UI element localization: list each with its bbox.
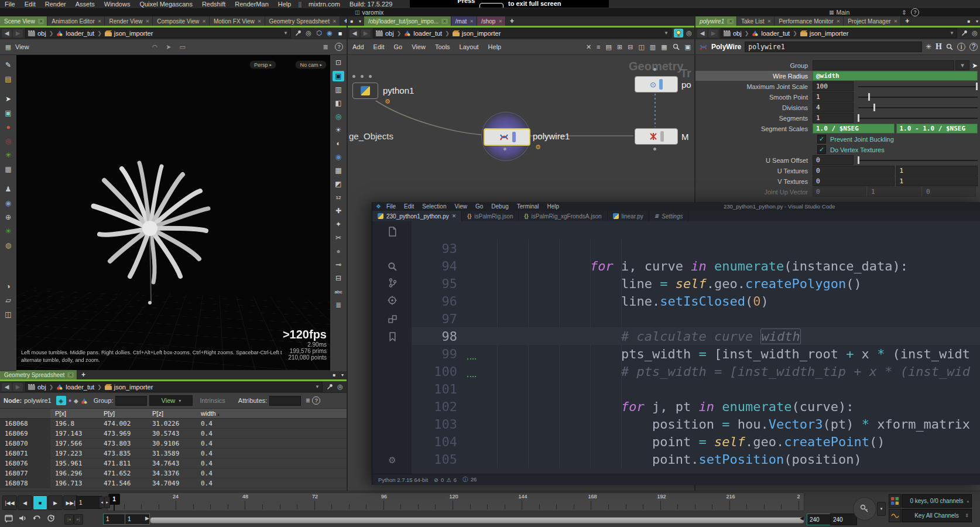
column-header-P[y][interactable]: P[y] [99,410,148,417]
paint-tool-icon[interactable]: ◑ [2,281,14,292]
code-line-96[interactable]: 96line.setIsClosed(0) [412,292,980,310]
info-icon[interactable]: i [957,43,965,51]
view-dropdown[interactable]: View▾ [149,395,193,406]
lamp-icon[interactable]: ☀ [333,125,344,135]
pin-pane-icon[interactable] [293,29,303,37]
table-row[interactable]: 168068196.8474.00231.02260.4 [0,419,347,429]
node-label-right-bottom[interactable]: M [681,132,689,142]
tab-composite-view[interactable]: Composite View✕ [153,16,210,26]
path-field[interactable]: obj❯loader_tut❯json_importer▼ [373,28,671,38]
tab-close-icon[interactable]: ✕ [441,19,448,24]
snap-cube-icon[interactable]: ⬡ [314,29,324,37]
range-slider-right-handle[interactable]: ◀ [800,515,804,521]
tab-close-icon[interactable]: ✕ [38,19,44,24]
back-button[interactable]: ◀ [2,383,12,391]
star-icon[interactable]: ✦ [333,219,344,230]
tab--obj-loader-tut-json-impo-[interactable]: /obj/loader_tut/json_impo...✕ [364,16,451,26]
cubes-tool-icon[interactable]: ▦ [2,164,14,174]
table-row[interactable]: 168071197.223473.83531.35890.4 [0,449,347,458]
vstab-close-icon[interactable]: ✕ [452,213,457,219]
netmenu-help[interactable]: Help [484,43,506,50]
tab-performance-monitor[interactable]: Performance Monitor✕ [775,16,844,26]
path-dropdown-icon[interactable]: ▼ [315,384,320,389]
value-field[interactable]: 4 [813,102,854,112]
extensions-icon[interactable] [386,313,398,325]
playhead[interactable]: 1 [108,494,120,505]
tab--mat[interactable]: /mat✕ [451,16,477,26]
camera-badge[interactable]: No cam▸ [295,60,327,69]
menu-redshift[interactable]: Redshift [197,1,230,8]
netmenu-view[interactable]: View [407,43,430,50]
value-field-1[interactable]: 0 [813,166,895,176]
set-key-button[interactable] [853,497,876,521]
pane-maximize-icon[interactable]: ■ [348,16,356,26]
spreadsheet-help-icon[interactable]: ? [312,396,320,405]
grid-icon[interactable]: ▦ [333,165,344,176]
vector-field-0[interactable]: 0 [813,187,866,197]
group-select-arrow-icon[interactable]: ➤ [972,61,978,70]
value-field[interactable]: 0 [813,155,854,165]
value-field[interactable]: 1 [813,92,854,102]
menu-windows[interactable]: Windows [100,1,135,8]
new-tab-button[interactable]: + [77,370,90,379]
prims-mode-icon[interactable] [81,398,88,404]
column-header-id[interactable] [0,409,50,418]
tab-project-manager[interactable]: Project Manager✕ [844,16,901,26]
vsmenu-go[interactable]: Go [471,203,487,210]
slider-handle[interactable] [858,114,859,122]
vsmenu-selection[interactable]: Selection [418,203,450,210]
node-right-bottom[interactable] [635,128,678,145]
debug-icon[interactable] [386,295,398,306]
parm-slider[interactable] [858,93,978,101]
bookmark-icon[interactable] [386,331,398,343]
attributes-filter-field[interactable] [269,396,301,406]
key-mode-selector[interactable]: Key All Channels ⇕ [902,509,972,522]
tab-render-view[interactable]: Render View✕ [105,16,153,26]
code-line-103[interactable]: 103position = hou.Vector3(pt) * xform_ma… [412,415,980,433]
slider-handle[interactable] [868,93,870,101]
tab-close-icon[interactable]: ✕ [767,19,771,24]
path-dropdown-icon[interactable]: ▼ [664,30,669,36]
sop-display-icon[interactable]: ◈ [56,396,66,405]
torus-tool-icon[interactable]: ◎ [2,136,14,146]
forward-button[interactable]: ▶ [708,29,718,37]
checkbox-checked[interactable]: ✓ [817,145,826,154]
vector-field-1[interactable]: 1 [868,187,921,197]
code-line-105[interactable]: 105point.setPosition(position) [412,450,980,468]
back-button[interactable]: ◀ [349,29,359,37]
path-item-obj[interactable]: obj [724,30,742,37]
node-name-field[interactable]: polywire1 [745,42,922,52]
column-header-width[interactable]: width ▴ [196,410,245,417]
projection-badge[interactable]: Persp▸ [249,60,276,69]
find-icon[interactable] [673,43,680,50]
sort-icon[interactable]: ▴ [216,412,220,417]
snapshot-icon[interactable]: ▣ [685,43,691,51]
path-field[interactable]: obj❯loader_tut❯json_importer▼ [721,28,957,38]
cplane-icon[interactable]: ◩ [333,179,344,189]
netmenu-edit[interactable]: Edit [369,43,389,50]
value-field-1[interactable]: 0 [813,176,895,186]
tab-geometry-spreadsheet[interactable]: Geometry Spreadsheet✕ [265,16,340,26]
viewport-3d[interactable]: ✎▤➤▣●◎✳▦♟◉⊕✳◍◑▱◫ ⊡▣▥◧◎☀◐◉▦◩12✚✦✂●⊸⊟abc≣ … [0,55,347,371]
help-button[interactable]: ? [911,8,919,16]
measure-icon[interactable]: ⊟ [333,273,344,283]
settings-gear-icon[interactable]: ⚙ [386,454,398,466]
path-field[interactable]: obj❯loader_tut❯json_importer▼ [25,28,291,38]
camera-icon[interactable]: ◧ [333,98,344,108]
vsmenu-file[interactable]: File [382,203,400,210]
tab-close-icon[interactable]: ✕ [146,19,150,24]
pane-menu-icon[interactable]: ▾ [356,16,364,26]
viewport-settings-icon[interactable]: ≣ [321,43,330,52]
select-cursor-icon[interactable]: ➤ [166,43,171,51]
desktop-tab[interactable]: ◫ varomix [355,8,383,16]
table-row[interactable]: 168078196.713471.54634.70490.4 [0,478,347,488]
path-item-obj[interactable]: obj [28,384,46,391]
value-field-2[interactable]: 1 [896,176,978,186]
brush-tool-icon[interactable]: ✎ [2,60,14,70]
list-options-icon[interactable]: ≡ [306,396,310,405]
value-field[interactable]: 100 [813,81,854,91]
points-mode-icon[interactable]: ● [68,398,71,403]
key-options-dropdown[interactable]: ▾ [877,502,886,516]
crosshair-icon[interactable]: ✚ [333,206,344,216]
expression-field-2[interactable]: 1.0 - 1.0 / $NSEG [896,124,978,134]
